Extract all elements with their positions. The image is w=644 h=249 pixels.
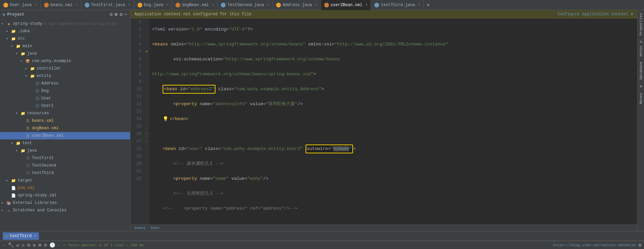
tree-item-resources[interactable]: ▾ 📁 resources xyxy=(0,110,130,117)
tree-label: src xyxy=(18,36,25,41)
test-result-text: Tests passed: 1 of 1 test – 350 ms xyxy=(68,243,144,247)
tree-item-main[interactable]: ▾ 📁 main xyxy=(0,42,130,50)
close-run-icon[interactable]: × xyxy=(34,234,36,238)
tree-item-testthird[interactable]: Ⓣ testThird xyxy=(0,169,130,177)
breadcrumb: beans › bean xyxy=(130,225,637,231)
class-icon: Ⓒ xyxy=(35,103,40,109)
code-line-5: <bean id="address2" class="com.wshy.exam… xyxy=(152,85,635,93)
tab-user-java[interactable]: User.java × xyxy=(0,0,41,10)
xml-file-icon: 🗋 xyxy=(25,126,30,131)
tab-dogbean-xml[interactable]: dogBean.xml × xyxy=(172,0,217,10)
close-icon[interactable]: × xyxy=(418,3,420,7)
code-line-7: 💡</bean> xyxy=(152,115,635,123)
tree-item-entity[interactable]: ▾ 📁 entity xyxy=(0,72,130,80)
tree-item-scratches[interactable]: ▸ ✏ Scratches and Consoles xyxy=(0,207,130,214)
close-icon[interactable]: × xyxy=(212,3,214,7)
stop-icon[interactable]: ◼ xyxy=(22,242,24,248)
tree-item-address[interactable]: Ⓒ Address xyxy=(0,80,130,87)
tab-testfirst-java[interactable]: TestFirst.java × xyxy=(81,0,134,10)
close-icon[interactable]: × xyxy=(76,3,78,7)
right-panel-maven[interactable]: Maven xyxy=(638,90,644,107)
tree-item-idea[interactable]: ▸ 📁 .idea xyxy=(0,27,130,35)
tree-label: resources xyxy=(27,111,49,116)
code-container: 1 2 3 4 5 6 7 8 9 10 11 12 13 14 15 16 1… xyxy=(130,18,637,225)
fold-marker-17[interactable]: ▾ xyxy=(144,138,149,145)
more-tabs-button[interactable]: » xyxy=(424,2,433,8)
close-icon[interactable]: × xyxy=(166,3,168,7)
close-icon[interactable]: × xyxy=(365,3,367,7)
close-icon[interactable]: × xyxy=(267,3,269,7)
tree-arrow: ▾ xyxy=(6,37,11,41)
fold-marker-5[interactable]: ▾ xyxy=(144,48,149,56)
tab-label: beans.xml xyxy=(50,3,72,7)
rerun-icon[interactable]: ↺ xyxy=(16,242,19,248)
tab-label: TestFirst.java xyxy=(91,3,125,7)
tab-label: testThird.java xyxy=(381,3,415,7)
right-panel-m[interactable]: m xyxy=(638,82,644,90)
project-tree: ▾ ◈ spring-study E:\SpringBootProject\sp… xyxy=(0,19,130,215)
java-icon xyxy=(138,3,142,7)
right-panel-database[interactable]: Database xyxy=(638,59,644,82)
close-icon[interactable]: × xyxy=(128,3,130,7)
tab-address-java[interactable]: Address.java × xyxy=(273,0,320,10)
code-line-2: <beans xmlns="http://www.springframework… xyxy=(152,41,635,48)
check-icon: ✓ xyxy=(3,243,5,247)
settings-icon[interactable]: ⚙ xyxy=(639,242,641,248)
tree-label: User2 xyxy=(41,103,54,108)
tree-item-controller[interactable]: ▸ 📁 controller xyxy=(0,65,130,72)
breadcrumb-item-beans[interactable]: beans xyxy=(134,226,146,230)
run-icon: ▶ xyxy=(5,233,8,239)
tree-item-user[interactable]: Ⓒ User xyxy=(0,95,130,102)
minus-icon[interactable]: – xyxy=(125,12,127,17)
tree-item-user2bean-xml[interactable]: 🗋 user2Bean.xml xyxy=(0,132,130,139)
tree-item-java[interactable]: ▾ 📁 java xyxy=(0,50,130,57)
tab-testsecond-java[interactable]: TestSecond.java × xyxy=(217,0,273,10)
right-panel-properties[interactable]: Properties xyxy=(638,10,644,38)
tab-testthird-java[interactable]: testThird.java × xyxy=(371,0,424,10)
tree-item-external-libraries[interactable]: ▸ 📚 External Libraries xyxy=(0,199,130,207)
tab-dog-java[interactable]: Dog.java × xyxy=(134,0,172,10)
path-label: E:\SpringBootProject\spring-study xyxy=(43,22,117,26)
tree-item-target[interactable]: ▸ 📁 target xyxy=(0,177,130,184)
tree-item-spring-study[interactable]: ▾ ◈ spring-study E:\SpringBootProject\sp… xyxy=(0,20,130,27)
run-tab[interactable]: ▶ testThird × xyxy=(3,232,39,240)
tree-arrow: ▾ xyxy=(25,74,30,78)
scratches-icon: ✏ xyxy=(6,208,12,213)
project-sidebar: ◉ Project ⚙ ⊞ ⚙ – ▾ ◈ spring-study E:\Sp… xyxy=(0,10,130,231)
expand2-icon[interactable]: ⊡ xyxy=(44,242,47,248)
tree-item-testfirst[interactable]: Ⓣ TestFirst xyxy=(0,154,130,162)
tree-item-test[interactable]: ▾ 📁 test xyxy=(0,139,130,147)
settings-icon[interactable]: ⚙ xyxy=(110,12,112,17)
tree-item-user2[interactable]: Ⓒ User2 xyxy=(0,102,130,110)
breadcrumb-item-bean[interactable]: bean xyxy=(151,226,160,230)
tree-label: External Libraries xyxy=(13,200,57,205)
expand-icon[interactable]: ⊞ xyxy=(38,242,41,248)
configure-context-button[interactable]: Configure application context ⚙ xyxy=(558,12,633,17)
filter-icon[interactable]: ⊟ xyxy=(27,242,30,248)
tree-item-beans-xml[interactable]: 🗋 beans.xml xyxy=(0,117,130,124)
fold-marker-16[interactable]: ▾ xyxy=(144,130,149,138)
gear-icon[interactable]: ⚙ xyxy=(120,12,122,17)
tree-item-testsecond[interactable]: Ⓣ TestSecond xyxy=(0,162,130,169)
tab-beans-xml[interactable]: beans.xml × xyxy=(41,0,81,10)
close-icon[interactable]: × xyxy=(35,3,37,7)
tree-item-iml[interactable]: 📄 spring-study.iml xyxy=(0,192,130,199)
layout-icon[interactable]: ⊞ xyxy=(115,12,118,17)
folder-icon: 📁 xyxy=(30,73,35,79)
code-editor[interactable]: <?xml version="1.0" encoding="UTF-8"?> <… xyxy=(149,18,637,225)
tree-item-dog[interactable]: Ⓒ Dog xyxy=(0,87,130,95)
tree-item-test-java[interactable]: ▾ 📁 java xyxy=(0,147,130,154)
sort-icon[interactable]: ⇅ xyxy=(33,242,36,248)
code-line-6: <property name="addressInfo" value="珠珲旺角… xyxy=(152,100,635,108)
tab-user2bean-xml[interactable]: user2Bean.xml × xyxy=(321,0,371,10)
code-line-11: <property name="name" value="wshy"/> xyxy=(152,175,635,183)
tree-item-package[interactable]: ▾ 📦 com.wshy.example xyxy=(0,57,130,65)
code-line-9: <bean id="user" class="com.wshy.example.… xyxy=(152,145,635,153)
close-icon[interactable]: × xyxy=(315,3,317,7)
warning-bar: Application context not configured for t… xyxy=(130,10,637,18)
right-panel-motor[interactable]: Motor A xyxy=(638,38,644,59)
tree-item-pom-xml[interactable]: 📄 pom.xml xyxy=(0,184,130,192)
tree-item-dogbean-xml[interactable]: 🗋 dogBean.xml xyxy=(0,124,130,132)
tree-item-src[interactable]: ▾ 📁 src xyxy=(0,35,130,42)
status-bar-right: https://blog.csdn.net/weixin_40550118 ⚙ xyxy=(553,242,641,248)
